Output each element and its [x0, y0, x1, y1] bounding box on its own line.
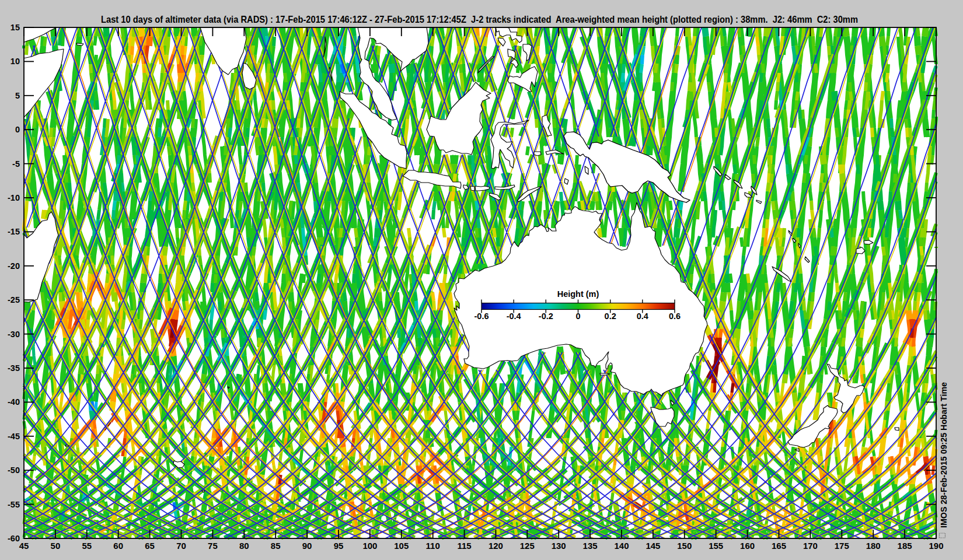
- svg-text:10: 10: [11, 57, 20, 66]
- svg-text:55: 55: [82, 541, 92, 551]
- svg-text:-20: -20: [8, 261, 20, 271]
- svg-text:175: 175: [835, 541, 849, 551]
- svg-text:150: 150: [677, 541, 692, 551]
- svg-text:-5: -5: [12, 159, 20, 169]
- svg-text:145: 145: [646, 541, 660, 551]
- svg-text:120: 120: [489, 541, 503, 551]
- svg-text:5: 5: [15, 91, 20, 100]
- svg-text:75: 75: [208, 541, 218, 551]
- svg-text:45: 45: [19, 541, 29, 551]
- svg-text:85: 85: [271, 541, 281, 551]
- svg-text:185: 185: [898, 541, 912, 551]
- svg-text:-40: -40: [8, 397, 20, 407]
- svg-text:100: 100: [362, 541, 377, 551]
- svg-text:-0.2: -0.2: [539, 312, 553, 321]
- svg-text:0.6: 0.6: [669, 312, 681, 321]
- svg-text:50: 50: [51, 541, 61, 551]
- svg-text:140: 140: [614, 541, 629, 551]
- svg-text:15: 15: [11, 23, 20, 32]
- svg-text:-30: -30: [8, 330, 20, 339]
- svg-text:95: 95: [334, 541, 344, 551]
- svg-text:-25: -25: [8, 295, 20, 304]
- svg-text:180: 180: [866, 541, 881, 551]
- svg-text:-50: -50: [8, 466, 20, 475]
- svg-text:-0.6: -0.6: [474, 312, 489, 321]
- svg-text:165: 165: [772, 541, 786, 551]
- svg-text:Height (m): Height (m): [557, 289, 599, 299]
- svg-text:Last 10 days of altimeter data: Last 10 days of altimeter data (via RADS…: [101, 14, 858, 25]
- svg-text:190: 190: [929, 541, 943, 551]
- svg-text:-60: -60: [8, 534, 20, 543]
- svg-text:65: 65: [145, 541, 155, 551]
- svg-text:-15: -15: [8, 227, 20, 236]
- svg-text:0.2: 0.2: [605, 312, 616, 321]
- svg-text:-10: -10: [8, 193, 20, 202]
- svg-text:155: 155: [709, 541, 723, 551]
- svg-text:160: 160: [740, 541, 755, 551]
- svg-text:0: 0: [15, 125, 20, 134]
- svg-text:125: 125: [520, 541, 535, 551]
- svg-text:60: 60: [113, 541, 123, 551]
- svg-text:170: 170: [803, 541, 818, 551]
- svg-text:105: 105: [394, 541, 409, 551]
- svg-text:135: 135: [583, 541, 598, 551]
- svg-text:70: 70: [176, 541, 186, 551]
- svg-text:-35: -35: [8, 363, 20, 373]
- svg-text:110: 110: [426, 541, 440, 551]
- svg-text:0: 0: [575, 312, 580, 321]
- svg-text:115: 115: [457, 541, 471, 551]
- svg-text:90: 90: [302, 541, 312, 551]
- svg-text:-45: -45: [8, 432, 20, 441]
- svg-text:130: 130: [552, 541, 566, 551]
- svg-text:IMOS 28-Feb-2015 09:25 Hobart: IMOS 28-Feb-2015 09:25 Hobart Time: [938, 382, 948, 528]
- svg-text:80: 80: [239, 541, 249, 551]
- svg-text:-55: -55: [8, 500, 20, 509]
- svg-text:0.4: 0.4: [637, 312, 648, 321]
- svg-text:-0.4: -0.4: [507, 312, 521, 321]
